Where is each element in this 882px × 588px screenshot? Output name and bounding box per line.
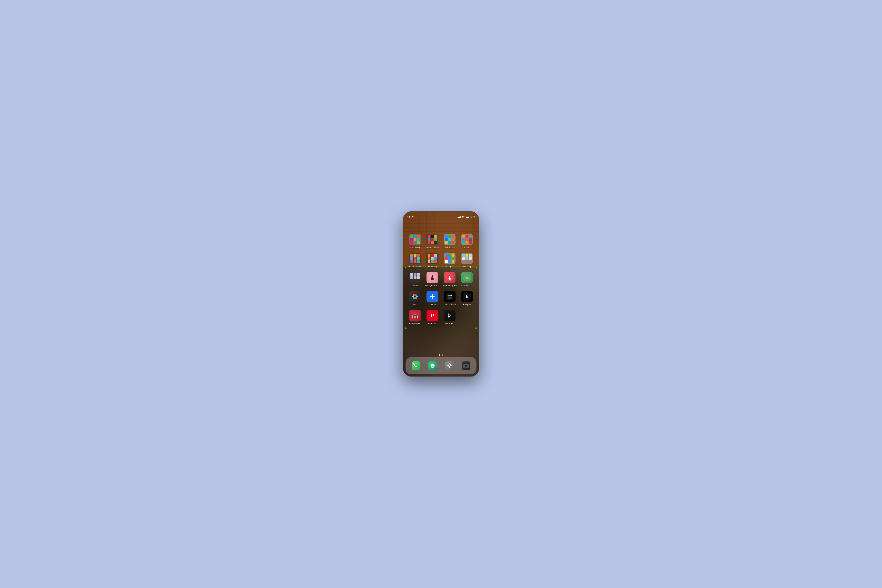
folder-shopping[interactable]: Shopping <box>424 253 441 268</box>
svg-rect-49 <box>447 366 448 366</box>
folder-housing-label: Housing <box>463 266 471 268</box>
status-time: 12:51 <box>407 216 415 219</box>
phone-frame: 12:51 73 <box>403 211 479 377</box>
folder-photo-label: Photo & Video <box>408 266 422 268</box>
signal-icon <box>457 216 460 218</box>
svg-point-19 <box>413 294 414 296</box>
app-pinterest-label: Pinterest <box>428 322 436 325</box>
app-bowling-label: My Bowling 3D <box>443 284 456 287</box>
svg-text:P: P <box>430 312 434 318</box>
app-tint-label: tint. <box>413 303 417 306</box>
app-bowling[interactable]: My Bowling 3D <box>441 272 459 287</box>
battery-icon <box>466 216 471 218</box>
page-dot-2 <box>442 354 443 356</box>
svg-rect-36 <box>414 316 416 318</box>
app-principality[interactable]: 🐉 PrincipalityStadi... <box>406 310 424 325</box>
battery-fill <box>466 217 469 218</box>
app-puregym[interactable]: PureGym <box>441 310 459 325</box>
app-games-label: Games <box>412 284 418 287</box>
app-golf[interactable]: ⛳ WHATTHEGOLF? <box>459 272 476 287</box>
svg-text:b: b <box>466 294 468 299</box>
folder-google-label: Google <box>446 266 453 268</box>
folder-productivity[interactable]: Productivity <box>406 234 424 249</box>
app-camremote[interactable]: FUJIFILM Cam Remote <box>441 291 459 306</box>
app-principality-label: PrincipalityStadi... <box>408 322 422 325</box>
svg-rect-26 <box>430 296 435 297</box>
folder-shopping-label: Shopping <box>428 266 437 268</box>
svg-point-1 <box>431 278 434 279</box>
svg-rect-47 <box>449 363 450 364</box>
svg-rect-60 <box>465 364 466 364</box>
svg-rect-40 <box>446 312 453 319</box>
app-camremote-label: Cam Remote <box>444 303 456 306</box>
app-row-2: tint. FirstVet <box>406 291 476 306</box>
app-chess-label: ReallyBadChess+ <box>425 284 440 287</box>
svg-point-9 <box>449 276 450 278</box>
app-puregym-label: PureGym <box>445 322 454 325</box>
dock <box>405 357 477 374</box>
svg-point-20 <box>416 294 417 296</box>
app-row-1: Games ReallyBadChess+ <box>406 272 476 287</box>
status-icons: 73 <box>457 216 475 219</box>
dock-camera[interactable] <box>460 360 472 372</box>
folder-productivity-label: Productivity <box>410 246 420 249</box>
app-pinterest[interactable]: P Pinterest <box>424 310 441 325</box>
app-empty <box>459 310 476 325</box>
battery-percentage: 73 <box>472 216 475 219</box>
folder-housing[interactable]: Housing <box>459 253 476 268</box>
app-beatport-label: Beatport <box>463 303 471 306</box>
svg-point-59 <box>465 366 466 367</box>
app-games[interactable]: Games <box>406 272 424 287</box>
app-firstvet-label: FirstVet <box>429 303 436 306</box>
svg-rect-2 <box>431 279 434 280</box>
home-screen: Productivity Entertainment <box>403 220 479 376</box>
folder-row-2: Photo & Video Shopping <box>406 253 476 268</box>
svg-rect-41 <box>412 362 420 370</box>
app-row-3: 🐉 PrincipalityStadi... P Pinterest <box>406 310 476 325</box>
svg-rect-50 <box>451 366 452 366</box>
svg-point-46 <box>448 365 450 366</box>
svg-point-21 <box>413 297 414 299</box>
folder-travel[interactable]: Travel & Leisure <box>441 234 459 249</box>
dock-settings[interactable] <box>444 360 455 372</box>
svg-rect-48 <box>449 367 450 368</box>
folder-google[interactable]: Google <box>441 253 459 268</box>
app-chess[interactable]: ReallyBadChess+ <box>424 272 441 287</box>
page-dot-1 <box>439 354 440 356</box>
svg-point-23 <box>414 296 416 297</box>
dock-phone[interactable] <box>410 360 422 372</box>
svg-text:⛳: ⛳ <box>465 275 470 279</box>
svg-rect-32 <box>448 296 449 297</box>
svg-point-22 <box>416 297 417 299</box>
svg-point-31 <box>449 297 450 298</box>
folder-extras[interactable]: Extras <box>459 234 476 249</box>
folder-entertainment[interactable]: Entertainment <box>424 234 441 249</box>
wifi-icon <box>462 216 465 218</box>
folder-extras-label: Extras <box>464 246 470 249</box>
dock-whatsapp[interactable] <box>427 360 438 372</box>
folder-entertainment-label: Entertainment <box>426 246 439 249</box>
svg-text:🐉: 🐉 <box>414 313 416 315</box>
svg-point-61 <box>468 365 468 366</box>
app-firstvet[interactable]: FirstVet <box>424 291 441 306</box>
folder-travel-label: Travel & Leisure <box>442 246 457 249</box>
app-tint[interactable]: tint. <box>406 291 424 306</box>
folder-row-1: Productivity Entertainment <box>406 234 476 249</box>
app-beatport[interactable]: b Beatport <box>459 291 476 306</box>
svg-text:FUJIFILM: FUJIFILM <box>447 295 453 296</box>
app-golf-label: WHATTHEGOLF? <box>460 284 474 287</box>
folder-photo[interactable]: Photo & Video <box>406 253 424 268</box>
page-dots <box>403 354 479 356</box>
status-bar: 12:51 73 <box>403 212 479 220</box>
